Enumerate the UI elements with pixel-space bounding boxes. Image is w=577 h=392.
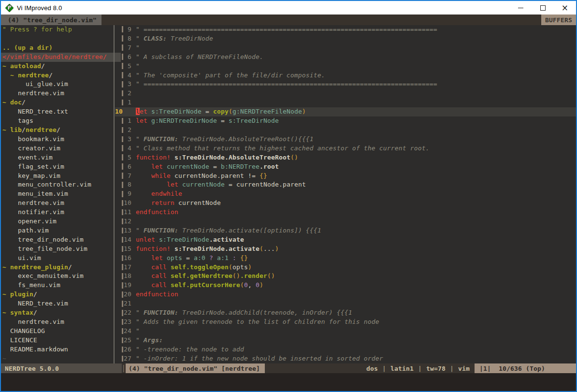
editor-line[interactable]: 8" CLASS: TreeDirNode [115, 34, 576, 44]
tree-item[interactable]: opener.vim [1, 217, 121, 226]
tree-item[interactable]: ~ autoload/ [1, 62, 121, 71]
tree-item[interactable]: LICENCE [1, 336, 121, 345]
code-text [136, 98, 576, 107]
tree-root-item[interactable]: </vimfiles/bundle/nerdtree/ [1, 53, 121, 62]
tree-item[interactable]: NERD_tree.txt [1, 107, 121, 116]
editor-line[interactable]: 2 [115, 89, 576, 98]
tree-item[interactable]: tags [1, 116, 121, 126]
code-text: " FUNCTION: TreeDirNode.activate([option… [136, 226, 576, 235]
tree-item[interactable]: path.vim [1, 226, 121, 235]
editor-line[interactable]: 20endfunction [115, 290, 576, 299]
tree-item[interactable]: tree_dir_node.vim [1, 235, 121, 245]
tree-item[interactable]: key_map.vim [1, 172, 121, 181]
tree-item[interactable]: fs_menu.vim [1, 281, 121, 290]
code-text: let currentNode = currentNode.parent [136, 180, 576, 189]
editor-line[interactable]: 4" Class method that returns the highest… [115, 144, 576, 153]
statusline-separator: │ [122, 363, 126, 373]
tree-item[interactable]: CHANGELOG [1, 327, 121, 336]
tree-item[interactable]: nerdtree.vim [1, 199, 121, 208]
line-number: 10 [115, 199, 136, 208]
code-text: call self.toggleOpen(opts) [136, 263, 576, 272]
tree-item[interactable]: nerdtree.vim [1, 89, 121, 98]
tree-item[interactable]: ~ nerdtree_plugin/ [1, 263, 121, 272]
editor-line[interactable]: 21 [115, 299, 576, 308]
editor-line[interactable]: 7" [115, 44, 576, 53]
code-text: return currentNode [136, 199, 576, 208]
code-text: " A subclass of NERDTreeFileNode. [136, 53, 576, 62]
editor-line[interactable]: 15function! s:TreeDirNode.activate(...) [115, 245, 576, 254]
editor-line[interactable]: 2 [115, 126, 576, 135]
editor-line[interactable]: 23" Adds the given treenode to the list … [115, 318, 576, 327]
line-number: 20 [115, 290, 136, 299]
tree-item[interactable]: menu_item.vim [1, 189, 121, 199]
tree-item[interactable]: NERD_tree.vim [1, 299, 121, 308]
tree-item[interactable]: ~ syntax/ [1, 308, 121, 318]
editor-line[interactable]: 19 call self.putCursorHere(0, 0) [115, 281, 576, 290]
editor-current-line[interactable]: 10let s:TreeDirNode = copy(g:NERDTreeFil… [115, 107, 576, 116]
nerdtree-statusline: NERDTree 5.0.0 [1, 363, 122, 373]
editor-line[interactable]: 24" [115, 327, 576, 336]
tree-item[interactable]: ~ nerdtree/ [1, 71, 121, 80]
editor-line[interactable]: 17 call self.toggleOpen(opts) [115, 263, 576, 272]
tree-item[interactable]: ~ lib/nerdtree/ [1, 126, 121, 135]
tree-item[interactable]: ui.vim [1, 254, 121, 263]
close-button[interactable]: × [554, 1, 576, 15]
editor-line[interactable]: 7 while currentNode.parent != {} [115, 172, 576, 181]
tree-item[interactable]: " Press ? for help [1, 25, 121, 34]
editor-line[interactable]: 14unlet s:TreeDirNode.activate [115, 235, 576, 245]
editor-line[interactable]: 13" FUNCTION: TreeDirNode.activate([opti… [115, 226, 576, 235]
editor-line[interactable]: 9 endwhile [115, 189, 576, 199]
editor-line[interactable]: 1let g:NERDTreeDirNode = s:TreeDirNode [115, 116, 576, 126]
editor-line[interactable]: 27" -inOrder: 1 if the new node should b… [115, 354, 576, 363]
minimize-button[interactable] [509, 1, 532, 15]
code-text: " Adds the given treenode to the list of… [136, 318, 576, 327]
close-icon: × [562, 4, 568, 12]
editor-line[interactable]: 16 let opts = a:0 ? a:1 : {} [115, 254, 576, 263]
line-number: 10 [115, 107, 136, 116]
tree-item[interactable]: ~ plugin/ [1, 290, 121, 299]
tree-item[interactable]: .. (up a dir) [1, 44, 121, 53]
code-text: " -inOrder: 1 if the new node should be … [136, 354, 576, 363]
pipe-divider: | [414, 365, 426, 372]
editor-line[interactable]: 8 let currentNode = currentNode.parent [115, 180, 576, 189]
tree-item[interactable]: README.markdown [1, 345, 121, 354]
editor-line[interactable]: 5" [115, 62, 576, 71]
editor-line[interactable]: 3" =====================================… [115, 80, 576, 89]
editor-line[interactable]: 6 let currentNode = b:NERDTree.root [115, 162, 576, 172]
tab-current[interactable]: (4) "tree_dir_node.vim" [1, 15, 101, 25]
editor-line[interactable]: 3" FUNCTION: TreeDirNode.AbsoluteTreeRoo… [115, 135, 576, 144]
editor-line[interactable]: 11endfunction [115, 208, 576, 217]
tree-item[interactable]: creator.vim [1, 144, 121, 153]
editor-line[interactable]: 5function! s:TreeDirNode.AbsoluteTreeRoo… [115, 153, 576, 162]
tree-item[interactable]: nerdtree.vim [1, 318, 121, 327]
editor-line[interactable]: 9" =====================================… [115, 25, 576, 34]
line-number: 8 [115, 34, 136, 44]
editor-line[interactable]: 25" Args: [115, 336, 576, 345]
editor-line[interactable]: 26" -treenode: the node to add [115, 345, 576, 354]
tree-item[interactable]: ui_glue.vim [1, 80, 121, 89]
tree-item[interactable]: ~ [1, 354, 121, 363]
tree-item[interactable]: event.vim [1, 153, 121, 162]
line-number: 9 [115, 25, 136, 34]
editor-line[interactable]: 12 [115, 217, 576, 226]
editor-line[interactable]: 4" The 'composite' part of the file/dir … [115, 71, 576, 80]
editor-line[interactable]: 10 return currentNode [115, 199, 576, 208]
tree-item[interactable] [1, 34, 121, 44]
tree-item[interactable]: ~ doc/ [1, 98, 121, 107]
tree-item[interactable]: exec_menuitem.vim [1, 272, 121, 281]
code-text: " CLASS: TreeDirNode [136, 34, 576, 44]
editor-line[interactable]: 18 call self.getNerdtree().render() [115, 272, 576, 281]
editor-line[interactable]: 1 [115, 98, 576, 107]
editor-line[interactable]: 6" A subclass of NERDTreeFileNode. [115, 53, 576, 62]
tree-item[interactable]: menu_controller.vim [1, 180, 121, 189]
code-text [136, 217, 576, 226]
tree-item[interactable]: bookmark.vim [1, 135, 121, 144]
tree-item[interactable]: tree_file_node.vim [1, 245, 121, 254]
tree-item[interactable]: flag_set.vim [1, 162, 121, 172]
maximize-button[interactable] [532, 1, 554, 15]
tree-item[interactable]: notifier.vim [1, 208, 121, 217]
editor-line[interactable]: 22" FUNCTION: TreeDirNode.addChild(treen… [115, 308, 576, 318]
code-text: " ======================================… [136, 25, 576, 34]
command-line[interactable] [1, 373, 576, 391]
line-number: 3 [115, 80, 136, 89]
